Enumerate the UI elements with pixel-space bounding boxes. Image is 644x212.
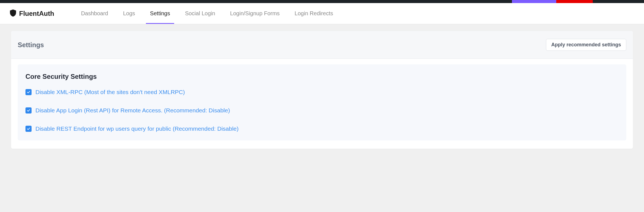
check-icon [27, 90, 30, 94]
settings-card: Settings Apply recommended settings Core… [11, 31, 633, 149]
checkbox-disable-app-login[interactable] [25, 107, 32, 113]
checkbox-label[interactable]: Disable REST Endpoint for wp users query… [35, 125, 239, 132]
brand-name: FluentAuth [19, 10, 54, 17]
header: FluentAuth Dashboard Logs Settings Socia… [0, 3, 644, 24]
nav-dashboard[interactable]: Dashboard [74, 3, 116, 24]
admin-bar-accent [556, 0, 593, 3]
check-icon [27, 127, 30, 131]
settings-header: Settings Apply recommended settings [11, 31, 633, 59]
checkbox-disable-xmlrpc[interactable] [25, 89, 32, 95]
brand: FluentAuth [10, 9, 54, 18]
checkbox-label[interactable]: Disable App Login (Rest API) for Remote … [35, 107, 230, 114]
nav-login-signup-forms[interactable]: Login/Signup Forms [223, 3, 287, 24]
section-title: Core Security Settings [25, 73, 619, 80]
option-row-disable-rest-endpoint: Disable REST Endpoint for wp users query… [25, 125, 619, 132]
check-icon [27, 108, 30, 112]
settings-body: Core Security Settings Disable XML-RPC (… [11, 59, 633, 149]
main-content: Settings Apply recommended settings Core… [0, 24, 644, 156]
checkbox-label[interactable]: Disable XML-RPC (Most of the sites don't… [35, 89, 185, 95]
settings-title: Settings [18, 41, 44, 49]
core-security-section: Core Security Settings Disable XML-RPC (… [18, 64, 626, 140]
apply-recommended-button[interactable]: Apply recommended settings [546, 39, 626, 51]
nav-social-login[interactable]: Social Login [177, 3, 223, 24]
option-row-disable-xmlrpc: Disable XML-RPC (Most of the sites don't… [25, 89, 619, 95]
option-row-disable-app-login: Disable App Login (Rest API) for Remote … [25, 107, 619, 114]
nav-settings[interactable]: Settings [143, 3, 177, 24]
admin-bar-accent [512, 0, 556, 3]
checkbox-disable-rest-endpoint[interactable] [25, 126, 32, 132]
shield-icon [10, 9, 16, 18]
admin-bar [0, 0, 644, 3]
nav-login-redirects[interactable]: Login Redirects [287, 3, 341, 24]
main-nav: Dashboard Logs Settings Social Login Log… [74, 3, 341, 24]
nav-logs[interactable]: Logs [115, 3, 142, 24]
